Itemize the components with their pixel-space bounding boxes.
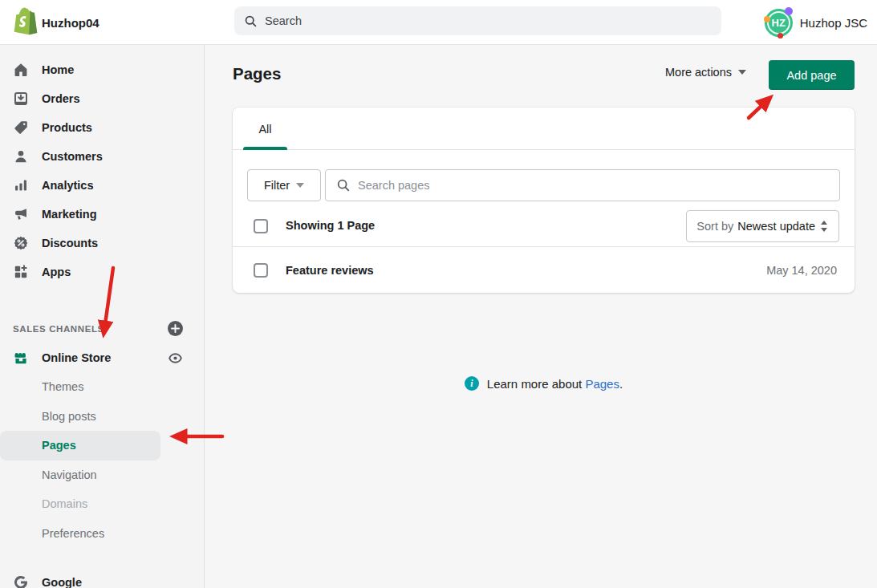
sidebar-item-products[interactable]: Products <box>0 113 204 142</box>
sub-item-label: Domains <box>42 497 87 510</box>
sidebar-item-label: Google <box>42 576 82 588</box>
tab-row: All <box>233 107 855 150</box>
pages-search-input[interactable] <box>358 179 829 192</box>
row-checkbox[interactable] <box>254 263 268 278</box>
sidebar-item-navigation[interactable]: Navigation <box>0 460 204 490</box>
view-store-eye-icon[interactable] <box>167 350 184 367</box>
table-row[interactable]: Feature reviews May 14, 2020 <box>233 246 855 293</box>
sales-channels-label: SALES CHANNELS <box>13 324 104 334</box>
page-header: Pages More actions Add page <box>233 60 855 91</box>
sidebar-item-orders[interactable]: Orders <box>0 84 204 113</box>
sidebar-item-label: Apps <box>42 266 71 278</box>
more-actions-label: More actions <box>665 66 732 79</box>
sub-item-label: Pages <box>42 439 76 452</box>
sort-prefix-label: Sort by <box>696 220 733 233</box>
avatar-dot-red <box>778 33 783 39</box>
sidebar-item-label: Orders <box>42 92 80 105</box>
sub-item-label: Navigation <box>42 468 97 481</box>
sidebar-item-label: Customers <box>42 150 103 163</box>
person-icon <box>13 148 29 164</box>
sidebar-item-label: Online Store <box>42 351 111 364</box>
filter-toolbar: Filter <box>247 169 840 201</box>
page-row-title: Feature reviews <box>286 264 374 277</box>
sidebar-item-apps[interactable]: Apps <box>0 258 204 286</box>
help-pages-link[interactable]: Pages <box>585 377 619 391</box>
pages-card: All Filter Showing 1 Page Sort by Newest… <box>233 107 855 293</box>
sub-item-label: Blog posts <box>42 410 96 423</box>
sidebar-item-themes[interactable]: Themes <box>0 372 204 402</box>
sort-arrows-icon <box>819 220 829 233</box>
list-header-row: Showing 1 Page Sort by Newest update <box>233 210 855 242</box>
sidebar-item-domains: Domains <box>0 489 204 519</box>
megaphone-icon <box>13 206 29 222</box>
active-tab-underline <box>243 147 287 150</box>
sub-item-label: Preferences <box>42 527 104 540</box>
sort-button[interactable]: Sort by Newest update <box>686 210 839 242</box>
sidebar-item-label: Discounts <box>42 237 98 249</box>
sidebar-item-analytics[interactable]: Analytics <box>0 171 204 200</box>
storefront-icon <box>13 350 29 366</box>
store-name: Huzhop04 <box>42 0 99 45</box>
account-name: Huzhop JSC <box>800 16 867 30</box>
orders-icon <box>13 91 29 107</box>
search-icon <box>244 14 258 28</box>
sidebar-item-marketing[interactable]: Marketing <box>0 200 204 229</box>
account-menu[interactable]: HZ Huzhop JSC <box>765 0 867 45</box>
avatar-dot-purple <box>785 7 793 15</box>
filter-button[interactable]: Filter <box>247 169 321 201</box>
bar-chart-icon <box>13 177 29 193</box>
select-all-checkbox[interactable] <box>254 219 268 233</box>
sidebar-item-customers[interactable]: Customers <box>0 142 204 171</box>
avatar-initials: HZ <box>772 17 786 29</box>
sidebar-item-discounts[interactable]: Discounts <box>0 229 204 258</box>
more-actions-button[interactable]: More actions <box>665 66 746 79</box>
filter-label: Filter <box>264 179 290 192</box>
apps-grid-icon <box>13 264 29 280</box>
sidebar-item-label: Products <box>42 121 92 134</box>
sub-item-label: Themes <box>42 380 83 393</box>
chevron-down-icon <box>296 183 304 188</box>
help-text: Learn more about Pages. <box>487 377 623 391</box>
sidebar-item-google[interactable]: Google <box>0 568 204 588</box>
pages-search[interactable] <box>325 169 840 201</box>
global-search-input[interactable] <box>265 14 712 27</box>
info-icon: i <box>465 376 479 391</box>
topbar: Huzhop04 HZ Huzhop JSC <box>0 0 877 45</box>
sidebar-item-blog-posts[interactable]: Blog posts <box>0 402 204 432</box>
page-title: Pages <box>233 64 281 83</box>
chevron-down-icon <box>738 70 746 75</box>
sales-channels-header: SALES CHANNELS <box>0 321 204 337</box>
main-content: Pages More actions Add page All Filter <box>205 45 877 588</box>
sidebar-item-label: Home <box>42 63 74 76</box>
help-line: i Learn more about Pages. <box>233 376 855 391</box>
tab-all[interactable]: All <box>243 107 287 150</box>
showing-count-label: Showing 1 Page <box>286 219 375 232</box>
shopify-logo-icon[interactable] <box>14 7 38 36</box>
help-text-suffix: . <box>619 377 623 391</box>
sidebar: Home Orders Products Customers Analytics… <box>0 45 205 588</box>
sidebar-item-home[interactable]: Home <box>0 55 204 84</box>
tag-icon <box>13 120 29 136</box>
sidebar-item-preferences[interactable]: Preferences <box>0 519 204 549</box>
google-icon <box>13 574 29 588</box>
sidebar-item-label: Analytics <box>42 179 93 192</box>
search-icon <box>336 178 351 193</box>
sidebar-item-pages[interactable]: Pages <box>0 431 160 460</box>
home-icon <box>13 62 29 78</box>
global-search[interactable] <box>234 6 721 35</box>
sidebar-item-online-store[interactable]: Online Store <box>0 343 204 372</box>
page-row-date: May 14, 2020 <box>766 264 837 277</box>
sidebar-item-label: Marketing <box>42 208 97 221</box>
help-text-prefix: Learn more about <box>487 377 586 391</box>
add-page-button[interactable]: Add page <box>769 60 855 90</box>
discount-icon <box>13 235 29 251</box>
avatar-dot-orange <box>764 16 770 22</box>
avatar: HZ <box>765 9 793 37</box>
sort-value-label: Newest update <box>737 220 815 233</box>
add-sales-channel-button[interactable] <box>167 320 184 337</box>
